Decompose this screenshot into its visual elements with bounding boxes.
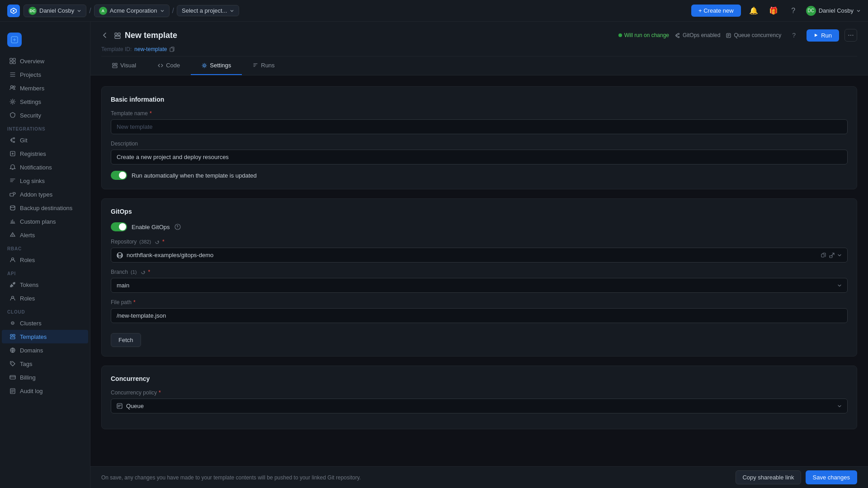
description-input[interactable] <box>111 150 848 164</box>
sidebar-item-label: Tags <box>20 361 32 367</box>
svg-rect-3 <box>13 58 15 61</box>
api-label: API <box>0 267 90 278</box>
sidebar-item-tags[interactable]: Tags <box>2 357 88 371</box>
concurrency-policy-select[interactable]: Queue <box>111 399 848 413</box>
tab-runs-label: Runs <box>261 62 274 69</box>
log-sinks-icon <box>9 177 16 184</box>
roles-icon <box>9 256 16 263</box>
sidebar-item-label: Settings <box>20 99 41 105</box>
settings-icon <box>9 98 16 105</box>
sidebar-item-label: Domains <box>20 347 43 354</box>
gitops-help-icon[interactable] <box>175 224 181 230</box>
sidebar-item-label: Notifications <box>20 164 52 171</box>
run-button[interactable]: Run <box>807 29 839 42</box>
notifications-icon-btn[interactable]: 🔔 <box>746 4 761 18</box>
save-changes-button[interactable]: Save changes <box>806 470 857 484</box>
tab-visual[interactable]: Visual <box>101 56 147 75</box>
org-avatar: A <box>99 7 107 15</box>
template-name-input[interactable] <box>111 119 848 134</box>
repo-refresh-icon[interactable] <box>155 239 160 244</box>
sidebar-item-notifications[interactable]: Notifications <box>2 160 88 174</box>
registries-icon <box>9 150 16 157</box>
sidebar-item-backup-destinations[interactable]: Backup destinations <box>2 201 88 215</box>
svg-point-14 <box>10 206 15 207</box>
description-label: Description <box>111 141 848 147</box>
more-options-button[interactable]: ··· <box>844 29 857 42</box>
auto-run-toggle[interactable] <box>111 171 127 180</box>
project-breadcrumb[interactable]: Select a project... <box>177 5 239 16</box>
tab-settings[interactable]: Settings <box>191 56 242 75</box>
open-repo-icon[interactable] <box>829 253 835 258</box>
branch-select-wrapper: main <box>111 278 848 293</box>
back-button[interactable] <box>101 32 108 39</box>
org-breadcrumb[interactable]: A Acme Corporation <box>94 5 170 17</box>
tab-runs[interactable]: Runs <box>242 56 285 75</box>
sidebar-item-label: Log sinks <box>20 178 45 184</box>
help-icon-btn[interactable]: ? <box>786 4 801 18</box>
sidebar-item-roles[interactable]: Roles <box>2 253 88 267</box>
svg-rect-28 <box>118 33 120 35</box>
create-new-button[interactable]: + Create new <box>691 5 741 17</box>
template-id-value: new-template <box>134 46 167 52</box>
sidebar-item-addon-types[interactable]: Addon types <box>2 188 88 201</box>
bottom-bar-actions: Copy shareable link Save changes <box>736 470 857 484</box>
sidebar-item-label: Projects <box>20 71 41 78</box>
filepath-input[interactable] <box>111 308 848 323</box>
repository-select[interactable]: northflank-examples/gitops-demo <box>111 248 848 263</box>
sidebar-item-overview[interactable]: Overview <box>2 54 88 68</box>
user-breadcrumb[interactable]: DC Daniel Cosby <box>24 5 86 17</box>
svg-point-25 <box>11 362 12 363</box>
gitops-toggle[interactable] <box>111 222 127 231</box>
run-label: Run <box>821 32 832 39</box>
main-content: New template Will run on change GitOps e… <box>90 22 868 488</box>
sidebar-item-registries[interactable]: Registries <box>2 147 88 160</box>
gitops-label: GitOps enabled <box>683 32 720 38</box>
copy-id-icon[interactable] <box>170 47 175 52</box>
branch-value: main <box>117 282 129 289</box>
sidebar-item-members[interactable]: Members <box>2 81 88 95</box>
tab-code[interactable]: Code <box>147 56 191 75</box>
sidebar-item-custom-plans[interactable]: Custom plans <box>2 215 88 228</box>
sidebar-item-api-roles[interactable]: Roles <box>2 291 88 305</box>
backup-icon <box>9 204 16 211</box>
sidebar-item-alerts[interactable]: Alerts <box>2 228 88 242</box>
gitops-title: GitOps <box>111 208 848 215</box>
sidebar-item-settings[interactable]: Settings <box>2 95 88 108</box>
sidebar-item-label: Backup destinations <box>20 205 72 211</box>
cloud-label: CLOUD <box>0 305 90 316</box>
settings-tab-icon <box>202 63 207 68</box>
gift-icon-btn[interactable]: 🎁 <box>766 4 781 18</box>
nav-right: + Create new 🔔 🎁 ? DC Daniel Cosby <box>691 4 861 18</box>
header-help-button[interactable]: ? <box>787 28 801 42</box>
copy-shareable-link-button[interactable]: Copy shareable link <box>736 470 801 484</box>
projects-icon <box>9 71 16 78</box>
sidebar-item-domains[interactable]: Domains <box>2 343 88 357</box>
user-nav-label: Daniel Cosby <box>819 7 854 14</box>
sidebar-item-label: Audit log <box>20 388 43 394</box>
runs-icon <box>253 63 258 68</box>
sidebar-item-label: Clusters <box>20 320 42 327</box>
branch-refresh-icon[interactable] <box>141 270 146 275</box>
tokens-icon <box>9 281 16 288</box>
overview-icon <box>9 57 16 65</box>
sidebar-item-git[interactable]: Git <box>2 133 88 147</box>
page-title: New template <box>125 31 177 40</box>
sidebar-item-audit-log[interactable]: Audit log <box>2 384 88 398</box>
svg-point-7 <box>14 86 15 88</box>
user-menu[interactable]: DC Daniel Cosby <box>806 6 861 16</box>
sidebar-item-label: Billing <box>20 374 36 381</box>
branch-select[interactable]: main <box>111 278 848 293</box>
svg-point-6 <box>11 86 13 88</box>
sidebar-item-billing[interactable]: Billing <box>2 371 88 384</box>
sidebar-item-projects[interactable]: Projects <box>2 68 88 81</box>
svg-point-38 <box>203 65 205 66</box>
sidebar-item-templates[interactable]: Templates <box>2 330 88 343</box>
user-avatar: DC <box>28 7 37 15</box>
sidebar-item-clusters[interactable]: Clusters <box>2 316 88 330</box>
sidebar-item-tokens[interactable]: Tokens <box>2 278 88 291</box>
copy-repo-icon[interactable] <box>821 253 826 258</box>
alerts-icon <box>9 231 16 239</box>
sidebar-item-log-sinks[interactable]: Log sinks <box>2 174 88 188</box>
fetch-button[interactable]: Fetch <box>111 333 141 347</box>
sidebar-item-security[interactable]: Security <box>2 108 88 122</box>
